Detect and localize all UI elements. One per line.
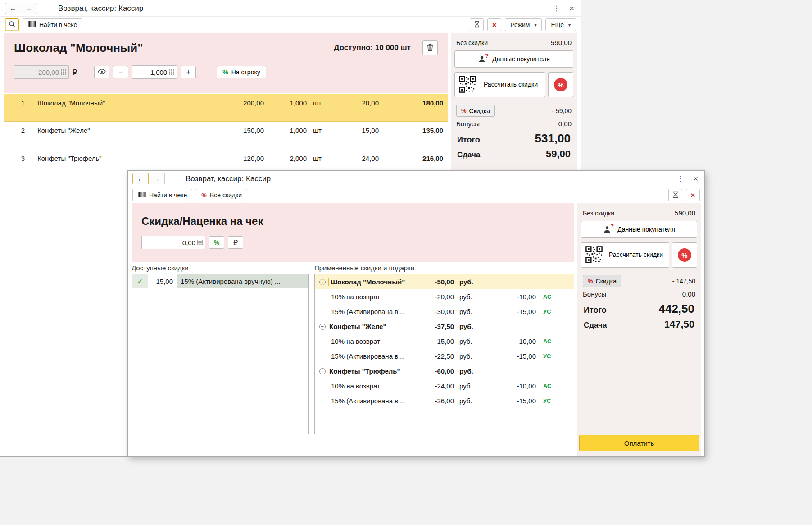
mode-dropdown-button[interactable]: Режим ▾: [505, 18, 542, 31]
applied-discount-row[interactable]: 15% (Активирована в... -30,00 руб. -15,0…: [315, 304, 574, 319]
applied-discount-row[interactable]: 15% (Активирована в... -22,50 руб. -15,0…: [315, 349, 574, 364]
available-discounts-header: Доступные скидки: [132, 264, 314, 274]
line-discount-label: На строку: [231, 68, 260, 76]
discount-button[interactable]: % Скидка: [456, 105, 495, 117]
close-icon[interactable]: ×: [693, 174, 698, 183]
no-discount-label: Без скидки: [456, 39, 488, 46]
collapse-icon[interactable]: −: [319, 368, 326, 374]
forward-arrow-icon: →: [26, 5, 32, 12]
calculate-discounts-label: Рассчитать скидки: [480, 81, 541, 89]
discount-dialog-title: Скидка/Наценка на чек: [141, 215, 564, 228]
back-button[interactable]: ←: [132, 173, 149, 184]
applied-group-row[interactable]: −Конфеты "Желе" -37,50 руб.: [315, 319, 574, 334]
calculate-discounts-button[interactable]: Рассчитать скидки: [454, 72, 545, 97]
toolbar: Найти в чеке % Все скидки ×: [128, 187, 704, 203]
trash-icon: [426, 43, 434, 53]
no-discount-value: 590,00: [675, 209, 695, 217]
increase-qty-button[interactable]: +: [181, 66, 196, 78]
change-row: Сдача 147,50: [580, 317, 698, 331]
hourglass-button[interactable]: [668, 189, 682, 201]
kebab-menu-icon[interactable]: ⋮: [677, 174, 684, 183]
applied-group-row[interactable]: −Конфеты "Трюфель" -60,00 руб.: [315, 364, 574, 379]
receipt-row[interactable]: 2 Конфеты "Желе" 150,00 1,000 шт 15,00 1…: [4, 122, 448, 150]
find-in-receipt-label: Найти в чеке: [39, 21, 77, 28]
price-input[interactable]: [18, 68, 59, 76]
chevron-down-icon: ▾: [568, 23, 571, 27]
applied-group-row[interactable]: −Шоколад "Молочный" -50,00 руб.: [315, 274, 574, 289]
discount-button[interactable]: % Скидка: [583, 275, 621, 287]
qr-code-icon: [458, 75, 476, 95]
person-icon: ?: [603, 225, 614, 233]
applied-discount-row[interactable]: 15% (Активирована в... -36,00 руб. -15,0…: [315, 393, 574, 408]
cancel-button[interactable]: ×: [686, 189, 700, 201]
cancel-button[interactable]: ×: [487, 18, 501, 31]
ruble-mode-button[interactable]: ₽: [228, 236, 243, 249]
all-discounts-label: Все скидки: [210, 192, 242, 199]
applied-discount-row[interactable]: 10% на возврат -20,00 руб. -10,00 АС: [315, 289, 574, 304]
forward-button[interactable]: →: [149, 173, 165, 184]
available-discounts-list: ✓ 15,00 15% (Активирована вручную) ...: [132, 274, 309, 434]
manual-discount-button[interactable]: %: [672, 242, 697, 268]
ruble-icon: ₽: [233, 238, 238, 247]
available-discount-row[interactable]: ✓ 15,00 15% (Активирована вручную) ...: [132, 274, 308, 288]
calculator-icon[interactable]: [197, 240, 203, 245]
discount-amount-input[interactable]: [145, 239, 195, 247]
keypad-icon[interactable]: [169, 69, 174, 75]
qty-input[interactable]: [136, 68, 167, 76]
applied-discount-row[interactable]: 10% на возврат -15,00 руб. -10,00 АС: [315, 334, 574, 349]
all-discounts-button[interactable]: % Все скидки: [196, 189, 247, 201]
total-row: Итого 442,50: [580, 300, 698, 317]
calculate-discounts-button[interactable]: Рассчитать скидки: [581, 242, 669, 268]
barcode-icon: [28, 21, 36, 28]
discount-row: % Скидка - 59,00: [454, 105, 573, 117]
price-input-box: [14, 65, 69, 79]
line-discount-button[interactable]: % На строку: [217, 66, 266, 78]
customer-data-label: Данные покупателя: [617, 226, 675, 233]
customer-data-label: Данные покупателя: [492, 55, 550, 63]
search-button[interactable]: [5, 18, 19, 31]
eye-button[interactable]: [94, 66, 109, 78]
toolbar: Найти в чеке × Режим ▾ Еще ▾: [0, 17, 581, 33]
back-arrow-icon: ←: [10, 5, 17, 12]
applied-discounts-header: Примененные скидки и подарки: [314, 264, 574, 274]
pay-button[interactable]: Оплатить: [579, 435, 699, 451]
collapse-icon[interactable]: −: [319, 279, 326, 285]
customer-data-button[interactable]: ? Данные покупателя: [581, 221, 697, 238]
qr-code-icon: [585, 246, 603, 265]
barcode-icon: [138, 192, 146, 199]
total-row: Итого 531,00: [454, 130, 574, 146]
change-value: 59,00: [546, 148, 571, 160]
hourglass-button[interactable]: [470, 18, 484, 31]
change-value: 147,50: [664, 319, 694, 330]
kebab-menu-icon[interactable]: ⋮: [553, 4, 560, 13]
keypad-icon[interactable]: [61, 69, 66, 75]
applied-discount-row[interactable]: 10% на возврат -24,00 руб. -10,00 АС: [315, 379, 574, 393]
find-in-receipt-button[interactable]: Найти в чеке: [23, 18, 82, 31]
delete-line-button[interactable]: [422, 40, 438, 55]
receipt-row[interactable]: 1 Шоколад "Молочный" 200,00 1,000 шт 20,…: [4, 94, 448, 122]
product-name: Шоколад "Молочный": [14, 41, 334, 55]
close-icon[interactable]: ×: [569, 4, 574, 13]
total-label: Итого: [584, 306, 607, 315]
more-dropdown-button[interactable]: Еще ▾: [545, 18, 576, 31]
manual-discount-button[interactable]: %: [548, 72, 573, 97]
forward-button[interactable]: →: [21, 3, 37, 14]
decrease-qty-button[interactable]: −: [113, 66, 128, 78]
back-button[interactable]: ←: [5, 3, 21, 14]
percent-mode-button[interactable]: %: [209, 236, 224, 249]
forward-arrow-icon: →: [153, 175, 160, 183]
discount-header-panel: Скидка/Наценка на чек % ₽: [132, 203, 574, 262]
discount-icon: %: [588, 278, 593, 284]
collapse-icon[interactable]: −: [319, 324, 326, 330]
find-in-receipt-button[interactable]: Найти в чеке: [132, 189, 192, 201]
bonus-row: Бонусы 0,00: [454, 118, 574, 130]
receipt-table: 1 Шоколад "Молочный" 200,00 1,000 шт 20,…: [4, 94, 448, 178]
no-discount-row: Без скидки 590,00: [580, 207, 698, 219]
nav-arrows: ← →: [5, 3, 37, 14]
no-discount-value: 590,00: [551, 39, 572, 46]
available-quantity: Доступно: 10 000 шт: [334, 43, 411, 52]
customer-data-button[interactable]: ? Данные покупателя: [454, 50, 573, 68]
window-title: Возврат, кассир: Кассир: [186, 174, 271, 183]
cancel-icon: ×: [492, 21, 497, 29]
mode-label: Режим: [510, 21, 530, 28]
